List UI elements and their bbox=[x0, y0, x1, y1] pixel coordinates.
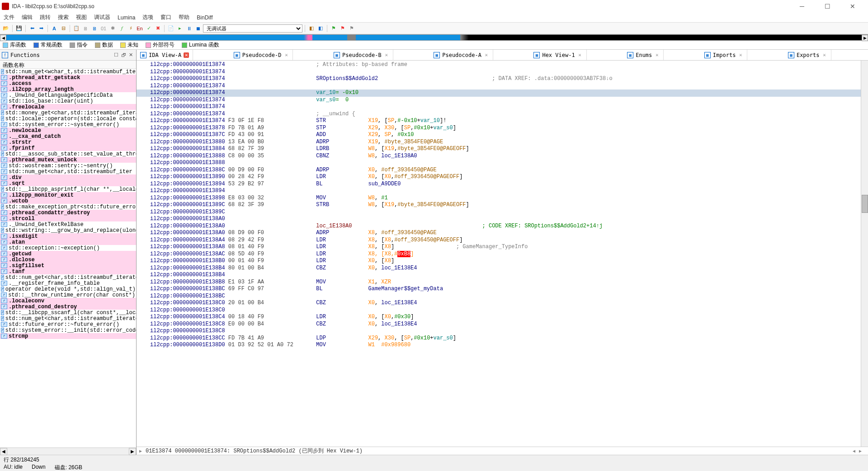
panel-undock-icon[interactable]: ☐ bbox=[113, 52, 120, 58]
asm-line[interactable]: il2cpp:0000000001E13874 ; __unwind { bbox=[137, 111, 868, 118]
tb-p2[interactable]: ⚑ bbox=[339, 24, 347, 33]
function-row[interactable]: f.isxdigit bbox=[0, 233, 136, 239]
function-row[interactable]: f.wctob bbox=[0, 198, 136, 204]
tab-Pseudocode-D[interactable]: ▦Pseudocode-D✕ bbox=[230, 50, 293, 60]
nav-strip[interactable]: ◀ ▶ bbox=[0, 34, 868, 41]
asm-line[interactable]: il2cpp:0000000001E138C8 bbox=[137, 328, 868, 335]
asm-line[interactable]: il2cpp:0000000001E138A0 bbox=[137, 216, 868, 223]
tab-Imports[interactable]: ▦Imports✕ bbox=[701, 50, 748, 60]
asm-line[interactable]: il2cpp:0000000001E138BC bbox=[137, 293, 868, 300]
function-list[interactable]: fstd::num_get<wchar_t,std::istreambuf_it… bbox=[0, 69, 136, 447]
asm-line[interactable]: il2cpp:0000000001E138C0 20 01 00 B4 CBZ … bbox=[137, 300, 868, 307]
tb-code[interactable]: 📄 bbox=[167, 24, 175, 33]
function-row[interactable]: f._Unwind_GetLanguageSpecificData bbox=[0, 92, 136, 98]
asm-line[interactable]: il2cpp:0000000001E13888 bbox=[137, 160, 868, 167]
asm-line[interactable]: il2cpp:0000000001E138D0 01 D3 92 52 01 A… bbox=[137, 342, 868, 349]
asm-line[interactable]: il2cpp:0000000001E13874 var_s0= 0 bbox=[137, 97, 868, 104]
function-row[interactable]: f.sqrt bbox=[0, 180, 136, 186]
debugger-select[interactable]: 无调试器 bbox=[203, 24, 302, 33]
asm-line[interactable]: il2cpp:0000000001E138A0 loc_1E138A0 ; CO… bbox=[137, 223, 868, 230]
panel-close-icon[interactable]: ✕ bbox=[127, 52, 134, 58]
tb-no[interactable]: ✖ bbox=[154, 24, 162, 33]
function-row[interactable]: f.atan bbox=[0, 239, 136, 245]
asm-line[interactable]: il2cpp:0000000001E13874 ; Attributes: bp… bbox=[137, 61, 868, 69]
function-row[interactable]: fstd::exception::~exception() bbox=[0, 245, 136, 251]
menu-视图[interactable]: 视图 bbox=[76, 14, 87, 21]
function-row[interactable]: fstd::num_get<char,std::istreambuf_itera… bbox=[0, 274, 136, 280]
function-row[interactable]: f.strcoll bbox=[0, 216, 136, 221]
save-icon[interactable]: 💾 bbox=[15, 24, 23, 33]
tab-Pseudocode-B[interactable]: ▦Pseudocode-B✕ bbox=[330, 50, 393, 60]
asm-line[interactable]: il2cpp:0000000001E13874 bbox=[137, 69, 868, 76]
function-row[interactable]: f.il2cpp_monitor_exit bbox=[0, 192, 136, 198]
asm-line[interactable]: il2cpp:0000000001E13878 FD 7B 01 A9 STP … bbox=[137, 125, 868, 132]
minimize-button[interactable]: ─ bbox=[793, 3, 811, 10]
asm-line[interactable]: il2cpp:0000000001E138B0 00 01 40 F9 LDR … bbox=[137, 258, 868, 265]
tb-h[interactable]: ♯ bbox=[127, 24, 135, 33]
menu-选项[interactable]: 选项 bbox=[142, 14, 153, 21]
tab-close-icon[interactable]: ✕ bbox=[738, 52, 743, 58]
panel-max-icon[interactable]: 🗗 bbox=[120, 52, 127, 58]
close-button[interactable]: ✕ bbox=[844, 3, 862, 10]
asm-line[interactable]: il2cpp:0000000001E13884 68 82 7F 39 LDRB… bbox=[137, 146, 868, 153]
tb-p1[interactable]: ⚑ bbox=[330, 24, 338, 33]
asm-line[interactable]: il2cpp:0000000001E138A8 08 01 40 F9 LDR … bbox=[137, 244, 868, 251]
asm-line[interactable]: il2cpp:0000000001E13898 E8 03 00 32 MOV … bbox=[137, 195, 868, 202]
function-row[interactable]: fstd::__assoc_sub_state::set_value_at_th… bbox=[0, 151, 136, 157]
function-row[interactable]: f.newlocale bbox=[0, 127, 136, 133]
tab-close-icon[interactable]: ✕ bbox=[577, 52, 583, 58]
tb-m1[interactable]: ◧ bbox=[307, 24, 316, 33]
tb-dbg1[interactable]: ▸ bbox=[176, 24, 184, 33]
menu-调试器[interactable]: 调试器 bbox=[94, 14, 110, 21]
function-row[interactable]: fstd::wstring::__grow_by_and_replace(ulo… bbox=[0, 227, 136, 233]
menu-编辑[interactable]: 编辑 bbox=[22, 14, 33, 21]
function-row[interactable]: f.tanf bbox=[0, 268, 136, 274]
asm-line[interactable]: il2cpp:0000000001E138B4 80 01 00 B4 CBZ … bbox=[137, 265, 868, 272]
tb-dbg2[interactable]: ⏸ bbox=[185, 24, 193, 33]
asm-line[interactable]: il2cpp:0000000001E138B4 bbox=[137, 272, 868, 279]
asm-line[interactable]: il2cpp:0000000001E13894 bbox=[137, 188, 868, 195]
asm-line[interactable]: il2cpp:0000000001E138B8 E1 03 1F AA MOV … bbox=[137, 279, 868, 286]
asm-line[interactable]: il2cpp:0000000001E138C4 00 18 40 F9 LDR … bbox=[137, 314, 868, 321]
disassembly-view[interactable]: il2cpp:0000000001E13874 ; Attributes: bp… bbox=[137, 61, 868, 447]
asm-line[interactable]: il2cpp:0000000001E13880 13 EA 00 B0 ADRP… bbox=[137, 139, 868, 146]
menu-文件[interactable]: 文件 bbox=[4, 14, 14, 21]
menu-Lumina[interactable]: Lumina bbox=[118, 14, 135, 21]
function-row[interactable]: f._Unwind_GetTextRelBase bbox=[0, 221, 136, 227]
asm-line[interactable]: il2cpp:0000000001E13874 SROptions$$AddGo… bbox=[137, 75, 868, 83]
hscroll-right-icon[interactable]: ▶ bbox=[129, 448, 136, 455]
nav-right-icon[interactable]: ▶ bbox=[862, 35, 868, 41]
function-row[interactable]: fstd::num_get<wchar_t,std::istreambuf_it… bbox=[0, 69, 136, 75]
asm-line[interactable]: il2cpp:0000000001E13874 F3 0F 1E F8 STR … bbox=[137, 118, 868, 125]
asm-line[interactable]: il2cpp:0000000001E1388C 00 D9 00 F0 ADRP… bbox=[137, 167, 868, 174]
tb-ref[interactable]: ✱ bbox=[108, 24, 117, 33]
tab-close-icon[interactable]: ✕ bbox=[184, 52, 189, 58]
asm-line[interactable]: il2cpp:0000000001E1389C 68 82 3F 39 STRB… bbox=[137, 202, 868, 209]
menu-帮助[interactable]: 帮助 bbox=[179, 14, 189, 21]
function-row[interactable]: fstd::__libcpp_sscanf_l(char const*,__lo… bbox=[0, 310, 136, 316]
nav-left-icon[interactable]: ◀ bbox=[0, 35, 6, 41]
function-row[interactable]: fstd::make_exception_ptr<std::future_err… bbox=[0, 204, 136, 210]
function-row[interactable]: fstd::num_get<char,std::istreambuf_iter bbox=[0, 169, 136, 174]
h-scrollbar[interactable]: ◀ ▶ bbox=[0, 447, 136, 455]
tab-Pseudocode-A[interactable]: ▦Pseudocode-A✕ bbox=[430, 50, 493, 60]
function-row[interactable]: f.pthread_attr_getstack bbox=[0, 75, 136, 80]
function-row[interactable]: f.getcwd bbox=[0, 251, 136, 257]
tab-close-icon[interactable]: ✕ bbox=[822, 52, 827, 58]
asm-line[interactable]: il2cpp:0000000001E13874 var_10= -0x10 bbox=[137, 89, 868, 97]
asm-line[interactable]: il2cpp:0000000001E1389C bbox=[137, 209, 868, 216]
function-row[interactable]: f.il2cpp_array_length bbox=[0, 86, 136, 92]
asm-line[interactable]: il2cpp:0000000001E138A0 08 D9 00 F0 ADRP… bbox=[137, 230, 868, 237]
open-icon[interactable]: 📂 bbox=[2, 24, 10, 33]
asm-line[interactable]: il2cpp:0000000001E138CC FD 7B 41 A9 LDP … bbox=[137, 335, 868, 342]
function-row[interactable]: fstd::wostream::sentry::~sentry() bbox=[0, 163, 136, 169]
function-row[interactable]: f.freelocale bbox=[0, 104, 136, 110]
asm-line[interactable]: il2cpp:0000000001E138BC 69 FF C0 97 BL G… bbox=[137, 286, 868, 293]
menu-窗口[interactable]: 窗口 bbox=[160, 14, 171, 21]
asm-line[interactable]: il2cpp:0000000001E13874 bbox=[137, 104, 868, 111]
tb-p3[interactable]: ⚑ bbox=[348, 24, 356, 33]
tb-s[interactable]: ⊟ bbox=[59, 24, 67, 33]
tab-Exports[interactable]: ▦Exports✕ bbox=[784, 50, 831, 60]
tb-x[interactable]: ✓ bbox=[145, 24, 153, 33]
functions-col-hdr[interactable]: 函数名称 bbox=[0, 61, 136, 69]
